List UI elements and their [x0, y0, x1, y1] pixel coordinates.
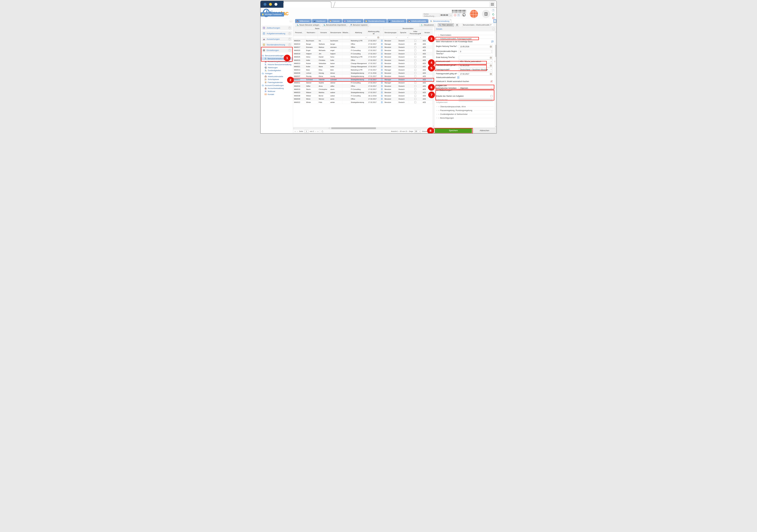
cell-history-icon[interactable] [380, 81, 384, 84]
scroll-down-icon[interactable]: ∨ [433, 126, 434, 127]
tree-item[interactable]: Feiertagskalender [260, 81, 293, 84]
filter-sprache[interactable]: ∨ [398, 36, 409, 39]
autobuchen-checkbox[interactable] [491, 80, 493, 82]
cell-zugriff[interactable] [409, 100, 422, 104]
help-bubble-icon[interactable] [491, 41, 494, 43]
first-page-icon[interactable]: « [295, 130, 296, 132]
save-button[interactable]: Speichern [435, 128, 472, 133]
full-access-checkbox[interactable] [414, 40, 416, 42]
cell-history-icon[interactable] [380, 69, 384, 71]
edit-booking-icon[interactable]: ✎ [457, 14, 460, 16]
cell-history-icon[interactable] [380, 59, 384, 62]
table-row[interactable]: MA0038 Weber Bernd weber IT-Consulting 1… [293, 94, 434, 98]
stepper-icons[interactable]: ∧∨ [491, 50, 492, 53]
tree-item[interactable]: Historie Benutzerverwaltung [260, 63, 293, 66]
details-scrollbar[interactable]: ∧ ∨ [495, 31, 497, 127]
full-access-checkbox[interactable] [414, 95, 416, 97]
collapsed-section[interactable]: ∨ Zuständigkeiten & Stellvertreter [436, 112, 494, 116]
cell-zugriff[interactable] [409, 69, 422, 71]
full-access-checkbox[interactable] [414, 63, 416, 64]
help-icon[interactable]: ? [288, 43, 291, 46]
window-button-blue[interactable] [263, 3, 266, 6]
col-zugriff[interactable]: Voller Personalzugriff [409, 30, 422, 36]
cell-zugriff[interactable] [409, 98, 422, 100]
feiertagsmodell-select[interactable]: Deutschland > Nordrhein-Westfale ∨ [459, 68, 493, 71]
table-row[interactable]: MA0022 Winter Felix winter Strategiebera… [293, 100, 434, 104]
sidebar-item[interactable]: Auswertungen ? [261, 37, 292, 41]
scroll-down-icon[interactable]: ∨ [495, 126, 497, 127]
browser-tab[interactable] [283, 1, 331, 8]
sidebar-item[interactable]: Zeitbuchungen ? [261, 26, 292, 30]
print-button[interactable] [455, 23, 459, 27]
help-icon[interactable]: ? [288, 49, 291, 52]
full-access-checkbox[interactable] [414, 88, 416, 90]
close-icon[interactable]: × [282, 13, 283, 14]
calendar-icon[interactable] [490, 64, 492, 67]
calendar-icon[interactable] [490, 56, 492, 59]
scroll-right-icon[interactable]: › [328, 127, 328, 129]
cell-history-icon[interactable] [380, 62, 384, 65]
page-size-select[interactable]: 20 ∨ [414, 130, 421, 133]
close-icon[interactable]: × [310, 19, 311, 21]
table-horizontal-scrollbar[interactable]: ‹ › ‹ [293, 127, 434, 129]
chevron-down-icon[interactable]: ∨ [450, 14, 451, 16]
table-row[interactable]: MA0021 Keiler Marie keiler Change Manage… [293, 65, 434, 68]
table-row[interactable]: MA0011 Steiner Sophie steiner IT-Consult… [293, 81, 434, 84]
tree-item[interactable]: Arbeitszeitmodelle [260, 75, 293, 78]
add-user-button[interactable]: Neuen Benutzer anlegen [295, 23, 321, 27]
table-row[interactable]: MA0039 Lehner Herwig lehner Strategieber… [293, 71, 434, 75]
col-abteilung[interactable]: Abteilung [350, 30, 367, 36]
cell-history-icon[interactable] [380, 100, 384, 104]
full-access-checkbox[interactable] [414, 82, 416, 84]
autostart-select[interactable]: - ∨ [459, 98, 493, 102]
cell-zugriff[interactable] [409, 49, 422, 52]
cell-history-icon[interactable] [380, 65, 384, 68]
window-button-white[interactable] [275, 3, 277, 6]
cell-history-icon[interactable] [380, 71, 384, 75]
filter-gruppe[interactable]: ∨ [384, 36, 398, 39]
table-row[interactable]: MA0024 Bachmann Iris bachmann Marketing … [293, 39, 434, 42]
scroll-left-icon[interactable]: ‹ [294, 127, 294, 129]
table-row[interactable]: MA0019 Sturm Christopher sturm IT-Consul… [293, 88, 434, 91]
table-row[interactable]: MA0020 Engel Michaela engel IT-Consultin… [293, 49, 434, 52]
cell-history-icon[interactable] [380, 46, 384, 49]
stop-icon[interactable] [454, 14, 456, 16]
full-access-checkbox[interactable] [414, 46, 416, 48]
cell-zugriff[interactable] [409, 65, 422, 68]
filter-abteilung-ab[interactable] [367, 36, 380, 39]
locked-columns-scrollbar[interactable]: ‹ › [293, 127, 329, 129]
sidebar-item[interactable]: Aufgabenverwaltung ? [261, 31, 292, 36]
notice-button[interactable]: Wichtige Funktionen × [260, 12, 284, 16]
full-access-checkbox[interactable] [414, 101, 416, 103]
tree-item[interactable]: Account-Einstellungen [260, 84, 293, 87]
filter-nachname[interactable] [305, 36, 318, 39]
filter-zugriff[interactable]: ∨ [409, 36, 422, 39]
col-benutzername[interactable]: Benutzername [329, 30, 342, 36]
collapsed-section[interactable]: ∨ Überstundenpauschale, All-in [436, 105, 494, 108]
table-vertical-scrollbar[interactable]: ∧ ∨ [433, 39, 434, 127]
tree-item[interactable]: Multiuser [260, 90, 293, 93]
full-access-checkbox[interactable] [414, 79, 416, 80]
module-tab[interactable]: Willkommen × [295, 19, 312, 23]
table-row[interactable]: MA0010 Berger Stefanie berger Office 17.… [293, 42, 434, 45]
cell-history-icon[interactable] [380, 75, 384, 78]
table-row[interactable]: MA0012 Schmied Valentin schmied Strategi… [293, 78, 434, 81]
table-row[interactable]: MA0016 Stifter Anna stifter Office 17.02… [293, 84, 434, 88]
cell-zugriff[interactable] [409, 59, 422, 62]
scroll-left-icon[interactable]: ‹ [330, 127, 330, 129]
calendar-icon[interactable] [490, 73, 492, 75]
tree-item[interactable]: Auswertungsberechtigungen [260, 60, 293, 63]
cell-history-icon[interactable] [380, 55, 384, 59]
filter-active-button[interactable]: Filter aktiviert [438, 23, 454, 27]
tree-item[interactable]: Vorlagen [260, 72, 293, 75]
col-personal[interactable]: Personal... [293, 30, 305, 36]
cell-history-icon[interactable] [380, 98, 384, 100]
col-mitarbeiter[interactable]: Mitarbe... [342, 30, 350, 36]
full-access-checkbox[interactable] [414, 75, 416, 77]
table-row[interactable]: MA0025 Heinz Daniel heinz Marketing & PR… [293, 55, 434, 59]
col-nachname[interactable]: Nachname ↑ [305, 30, 318, 36]
close-icon[interactable]: × [450, 19, 451, 21]
tree-item[interactable]: Abteilungen [260, 66, 293, 69]
erlaube-checkbox[interactable] [491, 95, 493, 97]
cell-history-icon[interactable] [380, 84, 384, 88]
